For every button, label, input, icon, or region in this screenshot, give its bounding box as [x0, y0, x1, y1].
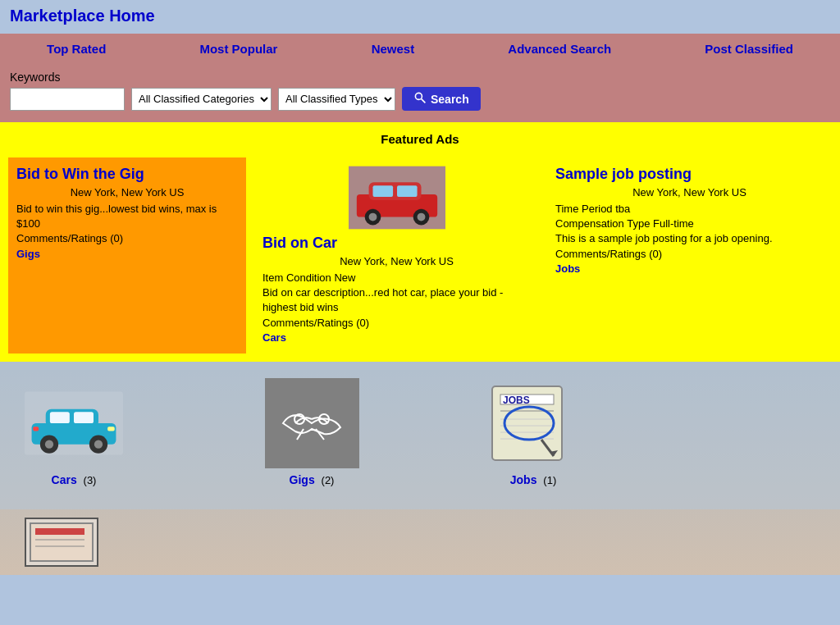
ad-2-location: New York, New York US [262, 255, 531, 267]
nav-newest[interactable]: Newest [372, 42, 415, 56]
category-extra[interactable] [25, 518, 98, 567]
jobs-newspaper-icon: JOBS [486, 378, 581, 468]
search-bar-inner: Keywords All Classified Categories All C… [10, 71, 481, 111]
svg-point-19 [94, 440, 103, 449]
nav-advanced-search[interactable]: Advanced Search [508, 42, 611, 56]
ad-2-condition: Item Condition New [262, 271, 355, 284]
keywords-input[interactable] [10, 88, 125, 111]
main-content: Featured Ads Bid to Win the Gig New York… [0, 122, 840, 575]
featured-section: Featured Ads Bid to Win the Gig New York… [0, 122, 840, 362]
svg-rect-14 [50, 412, 70, 423]
featured-ad-1: Bid to Win the Gig New York, New York US… [8, 157, 246, 354]
red-car-image [349, 166, 445, 230]
types-select[interactable]: All Classified Types [278, 88, 395, 111]
svg-rect-15 [74, 412, 94, 423]
search-icon [413, 91, 427, 107]
ad-3-location: New York, New York US [555, 186, 824, 198]
ad-1-body: Bid to win this gig...lowest bid wins, m… [16, 202, 238, 262]
cars-icon-box [25, 378, 123, 468]
svg-line-1 [422, 99, 426, 103]
ad-1-location: New York, New York US [16, 186, 238, 198]
ad-3-body: Time Period tba Compensation Type Full-t… [555, 202, 824, 276]
ad-1-title[interactable]: Bid to Win the Gig [16, 166, 238, 183]
svg-rect-20 [107, 427, 115, 431]
svg-point-17 [45, 440, 53, 449]
ad-2-body: Item Condition New Bid on car descriptio… [262, 271, 531, 345]
featured-title: Featured Ads [0, 127, 840, 151]
svg-line-23 [316, 429, 324, 440]
category-jobs[interactable]: JOBS Jobs [484, 378, 582, 486]
bottom-category-area [0, 509, 840, 575]
category-section: Cars (3) [0, 362, 840, 509]
header: Marketplace Home [0, 0, 840, 34]
ad-3-time: Time Period tba [555, 203, 630, 215]
handshake-icon [265, 378, 359, 468]
svg-rect-21 [33, 427, 39, 431]
nav-top-rated[interactable]: Top Rated [47, 42, 106, 56]
page-title: Marketplace Home [10, 7, 830, 25]
extra-icon [25, 518, 98, 567]
category-cars[interactable]: Cars (3) [25, 378, 123, 486]
ad-3-comp: Compensation Type Full-time [555, 217, 694, 230]
ad-2-title[interactable]: Bid on Car [262, 235, 531, 252]
featured-ad-2: Bid on Car New York, New York US Item Co… [254, 157, 539, 354]
search-controls: All Classified Categories All Classified… [10, 87, 481, 111]
ad-1-category[interactable]: Gigs [16, 248, 40, 260]
gigs-icon-box [262, 378, 361, 468]
svg-rect-38 [35, 528, 84, 535]
featured-ad-3: Sample job posting New York, New York US… [547, 157, 832, 354]
nav-bar: Top Rated Most Popular Newest Advanced S… [0, 34, 840, 64]
categories-select[interactable]: All Classified Categories [131, 88, 272, 111]
svg-point-10 [417, 213, 425, 221]
ad-3-category[interactable]: Jobs [555, 262, 580, 275]
jobs-icon-box: JOBS [484, 378, 582, 468]
nav-most-popular[interactable]: Most Popular [199, 42, 277, 56]
svg-point-0 [415, 93, 422, 99]
svg-point-8 [368, 213, 377, 221]
featured-ads: Bid to Win the Gig New York, New York US… [0, 151, 840, 362]
ad-2-category[interactable]: Cars [262, 331, 286, 344]
svg-text:JOBS: JOBS [503, 395, 530, 406]
gigs-label: Gigs (2) [290, 473, 335, 486]
svg-line-22 [297, 429, 304, 440]
cars-label: Cars (3) [52, 473, 97, 486]
svg-rect-6 [397, 185, 418, 197]
search-button-label: Search [431, 93, 469, 106]
category-gigs[interactable]: Gigs (2) [262, 378, 361, 486]
jobs-label: Jobs (1) [510, 473, 556, 486]
search-button[interactable]: Search [402, 87, 481, 111]
keywords-label: Keywords [10, 71, 481, 84]
search-bar: Keywords All Classified Categories All C… [0, 64, 840, 122]
svg-rect-5 [372, 185, 393, 197]
nav-post-classified[interactable]: Post Classified [705, 42, 793, 56]
ad-3-title[interactable]: Sample job posting [555, 166, 824, 183]
car-icon [25, 386, 123, 460]
